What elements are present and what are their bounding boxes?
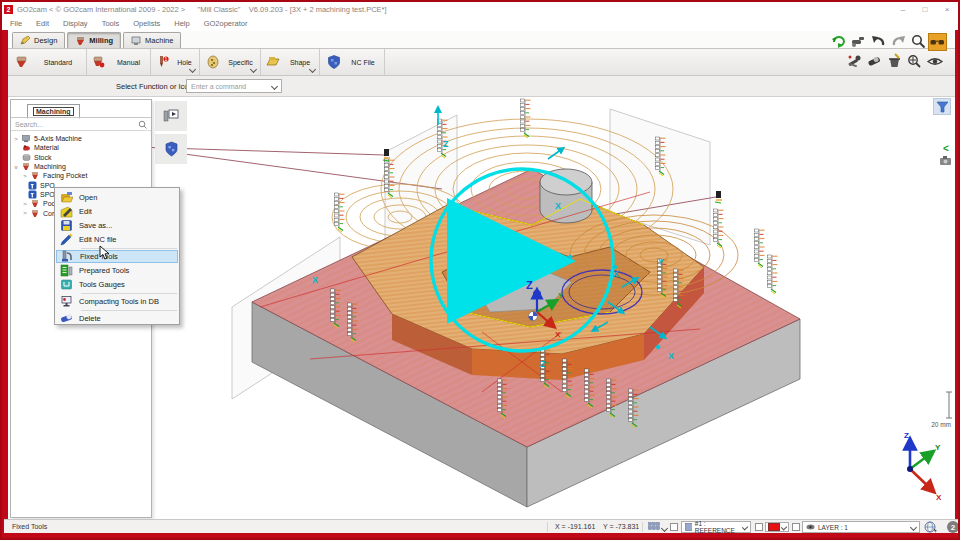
context-prepared-tools[interactable]: Prepared Tools (56, 264, 178, 277)
svg-text:X: X (936, 493, 942, 502)
tab-design[interactable]: Design (12, 32, 65, 48)
ribbon-specific-button[interactable]: Specific (200, 49, 261, 75)
svg-text:Z: Z (443, 139, 449, 149)
bucket-pencil-icon[interactable] (886, 53, 903, 70)
tree-item-stock[interactable]: Stock (13, 153, 149, 162)
ribbon-hole-button[interactable]: 1 Hole (151, 49, 200, 75)
context-delete[interactable]: Delete (56, 312, 178, 325)
svg-text:X: X (555, 201, 561, 211)
menu-tools[interactable]: Tools (102, 19, 120, 28)
layer-icon (806, 523, 815, 531)
reference-icon (685, 523, 692, 531)
help-icon[interactable]: 2 (947, 521, 959, 533)
tree-item-machine[interactable]: > 5-Axis Machine (13, 134, 149, 143)
status-message: Fixed Tools (12, 523, 47, 530)
machining-tools-icon[interactable] (846, 53, 863, 70)
tree-item-facing-pocket[interactable]: > Facing Pocket (13, 171, 149, 180)
open-folder-icon (60, 191, 73, 204)
filter-button[interactable] (933, 98, 951, 115)
tools-gauges-icon (60, 278, 73, 291)
globe-icon[interactable] (924, 521, 938, 533)
nc-file-button[interactable] (155, 134, 187, 164)
save-floppy-icon (60, 219, 73, 232)
tab-machine[interactable]: Machine (123, 32, 181, 48)
reference-checkbox[interactable] (755, 523, 763, 531)
undo-icon[interactable] (870, 33, 887, 50)
tab-milling[interactable]: Milling (67, 32, 121, 48)
menu-opelists[interactable]: Opelists (133, 19, 160, 28)
menu-display[interactable]: Display (63, 19, 88, 28)
shape-icon (265, 54, 281, 70)
context-tools-gauges[interactable]: Tools Gauges (56, 278, 178, 291)
status-bar: Fixed Tools X = -191.161 Y = -73.831 #1 … (4, 519, 960, 533)
context-save-as[interactable]: Save as... (56, 219, 178, 232)
simulation-icon (163, 109, 179, 123)
nc-file-shield-icon (326, 54, 342, 70)
view-tools-row1 (828, 33, 956, 52)
redo-icon[interactable] (890, 33, 907, 50)
hole-drilling-icon: 1 (154, 54, 170, 70)
view-glasses-button[interactable] (928, 33, 947, 51)
command-combobox[interactable]: Enter a command (186, 79, 282, 93)
shape-dropdown-icon[interactable] (309, 66, 316, 73)
menu-edit[interactable]: Edit (36, 19, 49, 28)
simulation-button[interactable] (155, 101, 187, 131)
tree-item-machining[interactable]: v Machining (13, 162, 149, 171)
tree-item-material[interactable]: Material (13, 143, 149, 152)
ribbon-manual-button[interactable]: Manual (87, 49, 151, 75)
context-edit[interactable]: Edit (56, 205, 178, 218)
milling-icon (75, 35, 86, 46)
eye-icon[interactable] (926, 53, 944, 70)
menu-help[interactable]: Help (174, 19, 189, 28)
collapse-panel-icon[interactable]: < (943, 143, 949, 154)
mouse-cursor (99, 245, 111, 261)
close-icon[interactable]: × (936, 3, 958, 15)
zoom-region-icon[interactable] (906, 53, 923, 70)
menu-file[interactable]: File (10, 19, 22, 28)
camera-icon[interactable] (939, 155, 953, 166)
specific-icon (205, 54, 221, 70)
machine-icon (22, 134, 31, 143)
context-fixed-tools[interactable]: Fixed Tools (56, 250, 178, 263)
maximize-icon[interactable]: □ (914, 3, 936, 15)
context-open[interactable]: Open (56, 191, 178, 204)
grid-dropdown-icon[interactable] (661, 525, 668, 532)
app-icon: 2 (4, 5, 13, 14)
context-edit-nc-file[interactable]: Edit NC file (56, 233, 178, 246)
ribbon-standard-button[interactable]: Standard (8, 49, 87, 75)
spot-cycle-icon (28, 190, 37, 199)
world-triad: Z Y X (904, 431, 942, 502)
color-swatch-combobox[interactable] (765, 522, 789, 532)
reference-combobox[interactable]: #1 : REFERENCE (681, 521, 751, 533)
eraser-capsule-icon[interactable] (866, 53, 883, 70)
grid-icon[interactable] (648, 522, 661, 533)
rotate-view-icon[interactable] (830, 33, 847, 50)
context-compacting-tools[interactable]: Compacting Tools in DB (56, 295, 178, 308)
hole-dropdown-icon[interactable] (189, 66, 196, 73)
layer-combobox[interactable]: LAYER : 1 (802, 521, 920, 533)
ribbon-ncfile-button[interactable]: NC File (320, 49, 385, 75)
svg-text:Y: Y (935, 443, 941, 452)
zoom-icon[interactable] (910, 33, 927, 50)
color-swatch (768, 523, 780, 531)
standard-milling-icon (14, 54, 30, 70)
design-icon (20, 35, 31, 46)
edit-nc-pencil-icon (60, 233, 73, 246)
search-box[interactable]: Search... (11, 118, 151, 131)
svg-text:1: 1 (165, 56, 168, 62)
command-dropdown-icon (271, 82, 278, 89)
prepared-tools-icon (60, 264, 73, 277)
color-dropdown-icon (780, 524, 787, 531)
minimize-icon[interactable]: – (892, 3, 914, 15)
manual-milling-icon (91, 54, 107, 70)
command-prompt-label: Select Function or Icon? (116, 82, 197, 91)
pan-hand-icon[interactable] (850, 33, 867, 50)
ribbon-shape-button[interactable]: Shape (261, 49, 320, 75)
menu-go2operator[interactable]: GO2operator (204, 19, 248, 28)
layer-checkbox[interactable] (792, 523, 800, 531)
grid-checkbox[interactable] (670, 523, 678, 531)
layer-dropdown-icon (910, 523, 917, 530)
specific-dropdown-icon[interactable] (250, 66, 257, 73)
workspace-tabs: Design Milling Machine (8, 31, 958, 49)
scale-bar: 20 mm (931, 392, 952, 428)
